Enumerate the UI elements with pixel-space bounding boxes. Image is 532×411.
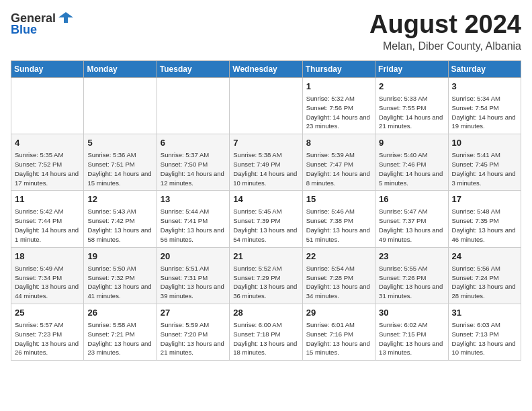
day-number: 28 xyxy=(233,307,298,319)
calendar-cell: 9Sunrise: 5:40 AM Sunset: 7:46 PM Daylig… xyxy=(375,134,448,191)
calendar-week-row: 1Sunrise: 5:32 AM Sunset: 7:56 PM Daylig… xyxy=(11,77,521,134)
calendar-week-row: 25Sunrise: 5:57 AM Sunset: 7:23 PM Dayli… xyxy=(11,304,521,360)
day-number: 23 xyxy=(379,250,444,263)
day-info: Sunrise: 6:01 AM Sunset: 7:16 PM Dayligh… xyxy=(306,320,371,357)
day-number: 10 xyxy=(452,137,517,149)
day-of-week-header: Friday xyxy=(375,60,448,77)
day-number: 16 xyxy=(379,193,444,205)
day-number: 19 xyxy=(87,250,152,263)
day-info: Sunrise: 5:32 AM Sunset: 7:56 PM Dayligh… xyxy=(306,94,371,131)
day-info: Sunrise: 5:54 AM Sunset: 7:28 PM Dayligh… xyxy=(306,264,371,301)
day-number: 20 xyxy=(161,250,226,263)
logo-blue-text: Blue xyxy=(11,23,37,37)
day-info: Sunrise: 6:00 AM Sunset: 7:18 PM Dayligh… xyxy=(233,320,298,357)
day-number: 1 xyxy=(306,81,371,93)
calendar-week-row: 18Sunrise: 5:49 AM Sunset: 7:34 PM Dayli… xyxy=(11,247,521,304)
day-of-week-header: Tuesday xyxy=(157,60,229,77)
month-year-title: August 2024 xyxy=(369,11,521,39)
day-number: 4 xyxy=(15,137,80,149)
day-info: Sunrise: 6:02 AM Sunset: 7:15 PM Dayligh… xyxy=(379,320,444,357)
calendar-cell: 4Sunrise: 5:35 AM Sunset: 7:52 PM Daylig… xyxy=(11,134,84,191)
day-info: Sunrise: 5:40 AM Sunset: 7:46 PM Dayligh… xyxy=(379,150,444,187)
day-info: Sunrise: 5:59 AM Sunset: 7:20 PM Dayligh… xyxy=(161,320,226,357)
day-number: 25 xyxy=(15,307,80,319)
calendar-cell: 31Sunrise: 6:03 AM Sunset: 7:13 PM Dayli… xyxy=(448,304,521,360)
calendar-cell: 8Sunrise: 5:39 AM Sunset: 7:47 PM Daylig… xyxy=(302,134,375,191)
calendar-cell: 6Sunrise: 5:37 AM Sunset: 7:50 PM Daylig… xyxy=(157,134,229,191)
calendar-cell: 11Sunrise: 5:42 AM Sunset: 7:44 PM Dayli… xyxy=(11,191,84,247)
day-info: Sunrise: 5:43 AM Sunset: 7:42 PM Dayligh… xyxy=(87,207,152,244)
day-number: 17 xyxy=(452,193,517,205)
calendar-cell: 22Sunrise: 5:54 AM Sunset: 7:28 PM Dayli… xyxy=(302,247,375,304)
day-info: Sunrise: 5:37 AM Sunset: 7:50 PM Dayligh… xyxy=(161,150,226,187)
day-info: Sunrise: 5:47 AM Sunset: 7:37 PM Dayligh… xyxy=(379,207,444,244)
day-info: Sunrise: 5:52 AM Sunset: 7:29 PM Dayligh… xyxy=(233,264,298,301)
day-number: 3 xyxy=(452,81,517,93)
calendar-cell: 28Sunrise: 6:00 AM Sunset: 7:18 PM Dayli… xyxy=(230,304,302,360)
day-number: 30 xyxy=(379,307,444,319)
day-number: 2 xyxy=(379,81,444,93)
calendar-cell: 2Sunrise: 5:33 AM Sunset: 7:55 PM Daylig… xyxy=(375,77,448,134)
day-info: Sunrise: 5:44 AM Sunset: 7:41 PM Dayligh… xyxy=(161,207,226,244)
day-info: Sunrise: 5:55 AM Sunset: 7:26 PM Dayligh… xyxy=(379,264,444,301)
day-info: Sunrise: 5:35 AM Sunset: 7:52 PM Dayligh… xyxy=(15,150,80,187)
calendar-cell: 21Sunrise: 5:52 AM Sunset: 7:29 PM Dayli… xyxy=(230,247,302,304)
calendar-cell: 1Sunrise: 5:32 AM Sunset: 7:56 PM Daylig… xyxy=(302,77,375,134)
calendar-cell: 17Sunrise: 5:48 AM Sunset: 7:35 PM Dayli… xyxy=(448,191,521,247)
calendar-cell: 25Sunrise: 5:57 AM Sunset: 7:23 PM Dayli… xyxy=(11,304,84,360)
calendar-cell: 27Sunrise: 5:59 AM Sunset: 7:20 PM Dayli… xyxy=(157,304,229,360)
calendar-cell: 26Sunrise: 5:58 AM Sunset: 7:21 PM Dayli… xyxy=(84,304,157,360)
day-number: 8 xyxy=(306,137,371,149)
day-number: 14 xyxy=(233,193,298,205)
day-info: Sunrise: 5:45 AM Sunset: 7:39 PM Dayligh… xyxy=(233,207,298,244)
page-header: General Blue August 2024 Melan, Diber Co… xyxy=(11,11,521,52)
day-info: Sunrise: 5:51 AM Sunset: 7:31 PM Dayligh… xyxy=(161,264,226,301)
day-number: 6 xyxy=(161,137,226,149)
day-number: 29 xyxy=(306,307,371,319)
logo-bird-icon xyxy=(58,11,73,26)
day-number: 5 xyxy=(87,137,152,149)
day-info: Sunrise: 5:42 AM Sunset: 7:44 PM Dayligh… xyxy=(15,207,80,244)
day-info: Sunrise: 5:38 AM Sunset: 7:49 PM Dayligh… xyxy=(233,150,298,187)
title-block: August 2024 Melan, Diber County, Albania xyxy=(369,11,521,52)
day-number: 27 xyxy=(161,307,226,319)
day-info: Sunrise: 5:34 AM Sunset: 7:54 PM Dayligh… xyxy=(452,94,517,131)
day-number: 9 xyxy=(379,137,444,149)
calendar-cell: 23Sunrise: 5:55 AM Sunset: 7:26 PM Dayli… xyxy=(375,247,448,304)
calendar-cell: 3Sunrise: 5:34 AM Sunset: 7:54 PM Daylig… xyxy=(448,77,521,134)
day-info: Sunrise: 5:39 AM Sunset: 7:47 PM Dayligh… xyxy=(306,150,371,187)
calendar-table: SundayMondayTuesdayWednesdayThursdayFrid… xyxy=(11,60,521,361)
day-number: 22 xyxy=(306,250,371,263)
day-number: 11 xyxy=(15,193,80,205)
day-number: 21 xyxy=(233,250,298,263)
day-info: Sunrise: 5:58 AM Sunset: 7:21 PM Dayligh… xyxy=(87,320,152,357)
calendar-cell: 13Sunrise: 5:44 AM Sunset: 7:41 PM Dayli… xyxy=(157,191,229,247)
calendar-cell: 24Sunrise: 5:56 AM Sunset: 7:24 PM Dayli… xyxy=(448,247,521,304)
calendar-cell: 15Sunrise: 5:46 AM Sunset: 7:38 PM Dayli… xyxy=(302,191,375,247)
day-number: 15 xyxy=(306,193,371,205)
day-info: Sunrise: 5:46 AM Sunset: 7:38 PM Dayligh… xyxy=(306,207,371,244)
day-info: Sunrise: 5:49 AM Sunset: 7:34 PM Dayligh… xyxy=(15,264,80,301)
calendar-cell: 16Sunrise: 5:47 AM Sunset: 7:37 PM Dayli… xyxy=(375,191,448,247)
day-number: 7 xyxy=(233,137,298,149)
calendar-cell xyxy=(157,77,229,134)
day-of-week-header: Thursday xyxy=(302,60,375,77)
day-of-week-header: Wednesday xyxy=(230,60,302,77)
day-number: 24 xyxy=(452,250,517,263)
calendar-cell: 7Sunrise: 5:38 AM Sunset: 7:49 PM Daylig… xyxy=(230,134,302,191)
day-info: Sunrise: 5:50 AM Sunset: 7:32 PM Dayligh… xyxy=(87,264,152,301)
calendar-cell: 12Sunrise: 5:43 AM Sunset: 7:42 PM Dayli… xyxy=(84,191,157,247)
day-of-week-header: Saturday xyxy=(448,60,521,77)
calendar-cell: 19Sunrise: 5:50 AM Sunset: 7:32 PM Dayli… xyxy=(84,247,157,304)
calendar-cell: 20Sunrise: 5:51 AM Sunset: 7:31 PM Dayli… xyxy=(157,247,229,304)
calendar-cell xyxy=(84,77,157,134)
svg-marker-0 xyxy=(58,12,73,23)
logo: General Blue xyxy=(11,11,73,37)
calendar-cell: 10Sunrise: 5:41 AM Sunset: 7:45 PM Dayli… xyxy=(448,134,521,191)
calendar-cell: 14Sunrise: 5:45 AM Sunset: 7:39 PM Dayli… xyxy=(230,191,302,247)
calendar-cell xyxy=(11,77,84,134)
day-info: Sunrise: 5:56 AM Sunset: 7:24 PM Dayligh… xyxy=(452,264,517,301)
calendar-cell: 18Sunrise: 5:49 AM Sunset: 7:34 PM Dayli… xyxy=(11,247,84,304)
day-info: Sunrise: 6:03 AM Sunset: 7:13 PM Dayligh… xyxy=(452,320,517,357)
day-number: 31 xyxy=(452,307,517,319)
